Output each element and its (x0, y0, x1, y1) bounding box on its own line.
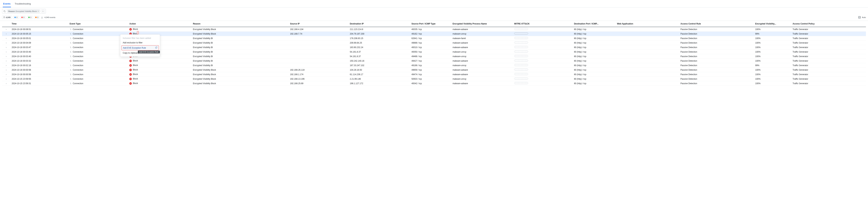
stat-pill-orange[interactable]: 0 (34, 16, 39, 19)
stat-pill-red[interactable]: 0 (20, 16, 26, 19)
mitre-bar-icon (514, 68, 528, 71)
connection-icon (70, 51, 72, 53)
stat-pill-blue[interactable]: 0 (13, 16, 19, 19)
col-source-ip[interactable]: Source IP (289, 21, 348, 27)
cell-ac-policy: Traffic Generator (791, 54, 866, 59)
cell-eve-process: malware-adware (451, 81, 513, 86)
expand-row-icon[interactable]: › (2, 81, 10, 86)
external-link-icon (155, 47, 157, 49)
mitre-bar-icon (514, 64, 528, 66)
cell-event-type: Connection (68, 59, 128, 63)
row-actions-button[interactable] (137, 31, 139, 34)
cell-dest-port: 80 (http) / tcp (572, 32, 616, 36)
expand-row-icon[interactable]: › (2, 32, 10, 36)
cell-reason: Encrypted Visibility Bl (191, 50, 289, 54)
cell-dest-port: 80 (http) / tcp (572, 45, 616, 50)
cell-event-type: Connection (68, 68, 128, 72)
menu-add-exclusion[interactable]: Add exclusion to filter (120, 40, 160, 45)
expand-row-icon[interactable]: › (2, 77, 10, 81)
cell-time: 2024-10-16 00:00:56 (10, 68, 68, 72)
cell-ac-rule: Passive Detection (679, 81, 754, 86)
col-mitre[interactable]: MITRE ATT&CK (513, 21, 572, 27)
auto-refresh-toggle[interactable]: Auto (858, 16, 866, 19)
search-input-wrap[interactable]: Reason Encrypted Visibility Block × + (2, 9, 46, 13)
tab-troubleshooting[interactable]: Troubleshooting (14, 1, 31, 7)
cell-source-ip: 192.168.25.69 (289, 81, 348, 86)
cell-dest-ip: 198.1.127.172 (348, 81, 410, 86)
cell-source-port: 49335 / tcp (410, 27, 451, 32)
table-row[interactable]: ›2024-10-15 23:59:31ConnectionBlockEncry… (2, 81, 866, 86)
col-dest-port[interactable]: Destination Port / ICMP... (572, 21, 616, 27)
col-ac-policy[interactable]: Access Control Policy (791, 21, 866, 27)
mitre-bar-icon (514, 51, 528, 53)
cell-ac-policy: Traffic Generator (791, 59, 866, 63)
mitre-bar-icon (514, 32, 528, 34)
expand-row-icon[interactable]: › (2, 36, 10, 40)
cell-ac-policy: Traffic Generator (791, 72, 866, 77)
table-row[interactable]: ›2024-10-16 00:03:32ConnectionBlockEncry… (2, 59, 866, 63)
col-dest-ip[interactable]: Destination IP (348, 21, 410, 27)
cell-source-port: 49474 / tcp (410, 72, 451, 77)
table-row[interactable]: ›2024-10-16 00:06:51ConnectionBlockEncry… (2, 27, 866, 32)
cell-ac-policy: Traffic Generator (791, 68, 866, 72)
cell-web-app (616, 59, 679, 63)
cell-source-port: 49342 / tcp (410, 81, 451, 86)
expand-row-icon[interactable]: › (2, 63, 10, 68)
expand-row-icon[interactable]: › (2, 72, 10, 77)
cell-dest-port: 80 (http) / tcp (572, 50, 616, 54)
expand-row-icon[interactable]: › (2, 68, 10, 72)
cell-confidence: 99% (754, 32, 791, 36)
cell-ac-policy: Traffic Generator (791, 63, 866, 68)
menu-add-eve-exception[interactable]: Add EVE Exception Rule (121, 45, 159, 50)
col-event-type[interactable]: Event Type (68, 21, 128, 27)
expand-row-icon[interactable]: › (2, 54, 10, 59)
expand-row-icon[interactable]: › (2, 40, 10, 45)
cell-web-app (616, 27, 679, 32)
connection-icon (70, 69, 72, 71)
cell-reason: Encrypted Visibility Bl (191, 40, 289, 45)
cell-dest-port: 80 (http) / tcp (572, 36, 616, 40)
col-ac-rule[interactable]: Access Control Rule (679, 21, 754, 27)
cell-ac-rule: Passive Detection (679, 32, 754, 36)
search-icon (3, 10, 6, 12)
cell-eve-process: malware-unruy (451, 50, 513, 54)
tab-events[interactable]: Events (3, 1, 11, 7)
table-row[interactable]: ›2024-10-16 00:02:16ConnectionBlockEncry… (2, 63, 866, 68)
filter-chip-reason[interactable]: Reason Encrypted Visibility Block × (7, 9, 40, 13)
col-eve-process[interactable]: Encrypted Visibility Process Name (451, 21, 513, 27)
expand-row-icon[interactable]: › (2, 27, 10, 32)
cell-ac-policy: Traffic Generator (791, 36, 866, 40)
table-row[interactable]: ›2024-10-15 23:59:55ConnectionBlockEncry… (2, 77, 866, 81)
add-filter-button[interactable]: + (41, 10, 44, 13)
cell-dest-ip: 2.21.99.146 (348, 77, 410, 81)
cell-dest-ip: 204.79.197.200 (348, 32, 410, 36)
col-action[interactable]: Action (128, 21, 191, 27)
stat-pill-total[interactable]: ☰ 4,049 (2, 16, 12, 19)
cell-web-app (616, 63, 679, 68)
cell-dest-port: 80 (http) / tcp (572, 59, 616, 63)
cell-dest-port: 80 (http) / tcp (572, 27, 616, 32)
col-reason[interactable]: Reason (191, 21, 289, 27)
col-time[interactable]: Time (10, 21, 68, 27)
expand-row-icon[interactable]: › (2, 50, 10, 54)
connection-icon (70, 37, 72, 39)
download-icon[interactable] (41, 16, 43, 19)
stat-pill-green[interactable]: 0 (27, 16, 33, 19)
expand-row-icon[interactable]: › (2, 45, 10, 50)
col-enc-vis[interactable]: Encrypted Visibility... (754, 21, 791, 27)
table-row[interactable]: ›2024-10-16 00:00:56ConnectionBlockEncry… (2, 72, 866, 77)
cell-time: 2024-10-16 00:04:09 (10, 40, 68, 45)
connection-icon (70, 60, 72, 62)
remove-filter-icon[interactable]: × (37, 10, 39, 12)
cell-dest-ip: 178.208.83.15 (348, 36, 410, 40)
col-source-port[interactable]: Source Port / ICMP Type (410, 21, 451, 27)
expand-row-icon[interactable]: › (2, 59, 10, 63)
connection-icon (70, 28, 72, 31)
col-web-app[interactable]: Web Application (616, 21, 679, 27)
table-row[interactable]: ›2024-10-16 00:00:56ConnectionBlockEncry… (2, 68, 866, 72)
cell-event-type: Connection (68, 45, 128, 50)
cell-event-type: Connection (68, 72, 128, 77)
cell-ac-rule: Passive Detection (679, 63, 754, 68)
cell-ac-policy: Traffic Generator (791, 32, 866, 36)
cell-source-port: 49486 / tcp (410, 54, 451, 59)
